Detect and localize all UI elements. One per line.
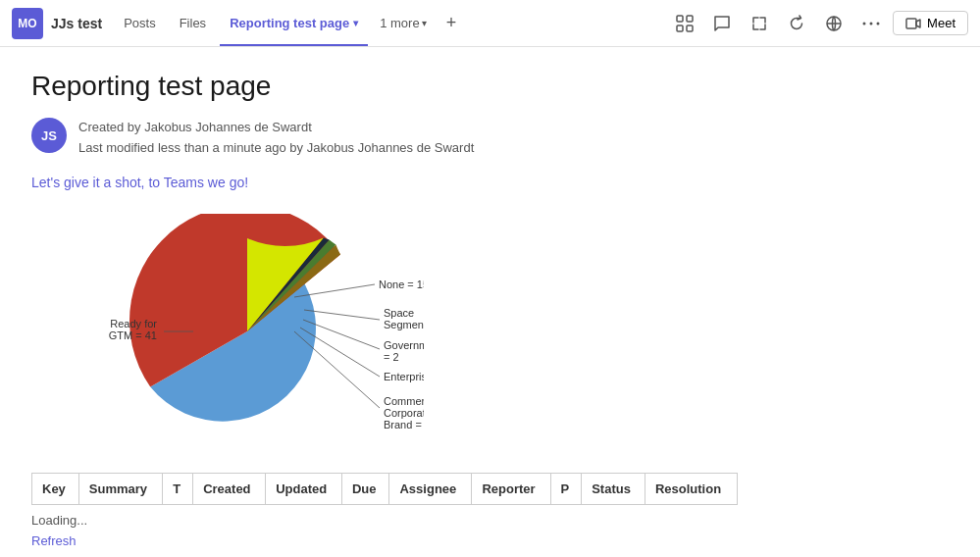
col-resolution: Resolution [645,473,737,504]
label-space: Space [384,307,414,319]
tab-dropdown-icon: ▾ [353,18,358,28]
col-due: Due [341,473,389,504]
refresh-icon-button[interactable] [781,8,812,39]
chat-icon-button[interactable] [706,8,738,39]
nav-tab-reporting[interactable]: Reporting test page ▾ [220,0,368,46]
svg-rect-2 [677,25,683,31]
svg-rect-1 [687,16,693,22]
meet-button[interactable]: Meet [893,11,968,35]
label-ready2: GTM = 41 [109,329,157,341]
nav-tab-files[interactable]: Files [170,0,216,46]
label-comm3: Brand = 1 [384,419,424,430]
col-status: Status [582,473,645,504]
author-avatar: JS [31,118,67,153]
svg-rect-0 [677,16,683,22]
more-options-button[interactable] [855,8,887,39]
modified-by: Last modified less than a minute ago by … [78,138,474,159]
created-by: Created by Jakobus Johannes de Swardt [78,118,474,138]
label-ent: Enterprise = 1 [384,371,424,382]
loading-text: Loading... [31,513,949,528]
label-ready: Ready for [110,318,157,329]
col-summary: Summary [78,473,163,504]
svg-line-14 [294,331,380,408]
col-key: Key [32,473,79,504]
chart-container: Ready for GTM = 41 None = 15 Space Segme… [31,214,949,449]
main-content: Reporting test page JS Created by Jakobu… [0,47,980,557]
col-t: T [163,473,193,504]
svg-line-11 [304,310,380,320]
meta-text: Created by Jakobus Johannes de Swardt La… [78,118,474,159]
grid-icon-button[interactable] [669,8,700,39]
label-comm: Commercial / [384,395,424,407]
label-gov: Government [384,339,424,351]
more-chevron-icon: ▾ [422,18,427,28]
nav-tab-more[interactable]: 1 more ▾ [372,16,434,30]
svg-point-6 [870,22,873,25]
data-table: Key Summary T Created Updated Due Assign… [31,473,738,505]
label-gov2: = 2 [384,351,399,363]
globe-icon-button[interactable] [818,8,850,39]
team-name: JJs test [51,16,102,31]
nav-avatar: MO [12,8,43,39]
nav-icons: Meet [669,8,968,39]
label-comm2: Corporate / [384,407,424,419]
svg-rect-8 [906,19,916,28]
col-assignee: Assignee [389,473,472,504]
col-created: Created [193,473,266,504]
svg-point-5 [863,22,866,25]
pie-chart: Ready for GTM = 41 None = 15 Space Segme… [51,214,424,449]
label-none: None = 15 [379,278,424,290]
meta-row: JS Created by Jakobus Johannes de Swardt… [31,118,949,159]
refresh-link[interactable]: Refresh [31,533,77,548]
col-p: P [550,473,582,504]
table-header-row: Key Summary T Created Updated Due Assign… [32,473,738,504]
col-reporter: Reporter [472,473,550,504]
expand-icon-button[interactable] [744,8,775,39]
col-updated: Updated [266,473,342,504]
nav-add-tab-button[interactable]: + [438,13,465,33]
label-space2: Segment = 3 [384,319,424,330]
svg-point-7 [877,22,880,25]
svg-rect-3 [687,25,693,31]
page-subtitle: Let's give it a shot, to Teams we go! [31,175,949,190]
page-title: Reporting test page [31,71,949,102]
top-nav: MO JJs test Posts Files Reporting test p… [0,0,980,47]
nav-tab-posts[interactable]: Posts [114,0,166,46]
